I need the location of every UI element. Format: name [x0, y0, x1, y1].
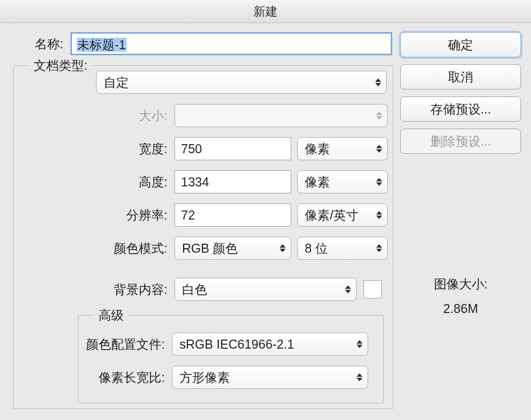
chevron-updown-icon: [357, 373, 365, 381]
chevron-updown-icon: [357, 340, 365, 348]
dialog-title: 新建: [0, 0, 531, 23]
width-input[interactable]: 750: [174, 137, 291, 160]
resolution-unit-value: 像素/英寸: [305, 208, 359, 222]
profile-value: sRGB IEC61966-2.1: [180, 337, 294, 351]
row-aspect: 像素长宽比: 方形像素: [83, 366, 378, 389]
label-doctype: 文档类型:: [29, 57, 93, 74]
bgcontent-dropdown[interactable]: 白色: [174, 278, 357, 301]
colormode-value: RGB 颜色: [182, 241, 238, 255]
chevron-updown-icon: [376, 178, 384, 186]
profile-dropdown[interactable]: sRGB IEC61966-2.1: [172, 333, 368, 356]
name-input[interactable]: 未标题-1: [70, 32, 392, 55]
row-doctype: 自定: [19, 71, 388, 94]
save-preset-button[interactable]: 存储预设...: [400, 96, 521, 122]
label-name: 名称:: [10, 36, 70, 52]
label-height: 高度:: [19, 174, 174, 190]
delete-preset-button: 删除预设...: [400, 129, 521, 154]
height-input[interactable]: 1334: [174, 170, 291, 193]
right-panel: 确定 取消 存储预设... 删除预设... 图像大小: 2.86M: [400, 32, 521, 319]
label-advanced: 高级: [94, 307, 129, 324]
dialog-content: 名称: 未标题-1 文档类型: 自定 大小:: [0, 23, 531, 419]
label-width: 宽度:: [19, 141, 174, 157]
left-panel: 名称: 未标题-1 文档类型: 自定 大小:: [10, 32, 400, 409]
image-size-info: 图像大小: 2.86M: [400, 273, 521, 319]
aspect-value: 方形像素: [180, 370, 230, 384]
width-unit-value: 像素: [305, 142, 330, 156]
size-dropdown: [174, 104, 388, 127]
row-profile: 颜色配置文件: sRGB IEC61966-2.1: [83, 333, 378, 356]
label-imagesize: 图像大小:: [400, 273, 521, 295]
label-size: 大小:: [19, 108, 174, 124]
bgcontent-value: 白色: [182, 282, 207, 296]
chevron-updown-icon: [280, 244, 288, 252]
resolution-input[interactable]: 72: [174, 203, 291, 227]
bgcontent-swatch[interactable]: [364, 280, 382, 298]
chevron-updown-icon: [376, 145, 384, 153]
bitdepth-dropdown[interactable]: 8 位: [297, 237, 388, 260]
chevron-updown-icon: [376, 112, 384, 120]
new-document-dialog: 新建 名称: 未标题-1 文档类型: 自定 大小:: [0, 0, 531, 420]
imagesize-value: 2.86M: [400, 298, 521, 320]
chevron-updown-icon: [376, 244, 384, 252]
doctype-dropdown[interactable]: 自定: [96, 71, 387, 94]
label-aspect: 像素长宽比:: [83, 369, 172, 386]
row-resolution: 分辨率: 72 像素/英寸: [19, 203, 388, 227]
ok-button[interactable]: 确定: [400, 32, 521, 57]
chevron-updown-icon: [345, 285, 353, 293]
main-fieldset: 文档类型: 自定 大小: 宽度:: [13, 65, 393, 409]
label-bgcontent: 背景内容:: [19, 281, 174, 298]
name-input-text: 未标题-1: [77, 38, 127, 52]
label-resolution: 分辨率:: [19, 207, 174, 224]
height-unit-value: 像素: [305, 175, 330, 189]
row-size: 大小:: [19, 104, 388, 127]
bitdepth-value: 8 位: [305, 241, 328, 255]
cancel-button[interactable]: 取消: [400, 64, 521, 89]
chevron-updown-icon: [375, 78, 383, 86]
row-name: 名称: 未标题-1: [10, 32, 400, 55]
row-height: 高度: 1334 像素: [19, 170, 388, 193]
row-colormode: 颜色模式: RGB 颜色 8 位: [19, 237, 388, 260]
chevron-updown-icon: [376, 211, 384, 219]
width-unit-dropdown[interactable]: 像素: [297, 137, 388, 160]
colormode-dropdown[interactable]: RGB 颜色: [174, 237, 291, 260]
aspect-dropdown[interactable]: 方形像素: [172, 366, 368, 389]
resolution-unit-dropdown[interactable]: 像素/英寸: [297, 203, 388, 227]
label-profile: 颜色配置文件:: [83, 336, 172, 353]
height-unit-dropdown[interactable]: 像素: [297, 170, 388, 193]
doctype-value: 自定: [104, 75, 129, 89]
row-bgcontent: 背景内容: 白色: [19, 278, 388, 301]
label-colormode: 颜色模式:: [19, 240, 174, 257]
advanced-fieldset: 高级 颜色配置文件: sRGB IEC61966-2.1 像素长宽比: 方形像素: [78, 315, 384, 403]
row-width: 宽度: 750 像素: [19, 137, 388, 160]
